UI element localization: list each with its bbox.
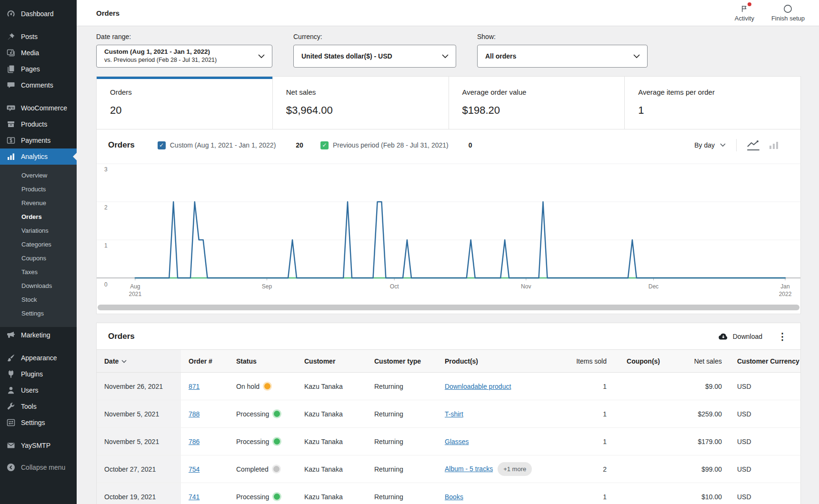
order-number-link[interactable]: 741 [189, 493, 200, 501]
chart-horizontal-scrollbar[interactable] [98, 305, 799, 310]
sidebar-item-users[interactable]: Users [0, 382, 77, 398]
appearance-icon [6, 353, 16, 363]
column-customer-type[interactable]: Customer type [367, 350, 437, 373]
x-axis-label: Aug [130, 283, 140, 290]
sort-chevron-icon [121, 357, 127, 365]
product-link[interactable]: Downloadable product [445, 383, 511, 390]
sidebar-item-posts[interactable]: Posts [0, 29, 77, 45]
sidebar-item-tools[interactable]: Tools [0, 398, 77, 415]
column-customer[interactable]: Customer [297, 350, 367, 373]
summary-tile[interactable]: Average order value $198.20 [449, 77, 625, 129]
sidebar-item-payments[interactable]: Payments [0, 132, 77, 148]
order-number-link[interactable]: 786 [189, 438, 200, 445]
submenu-item-categories[interactable]: Categories [0, 237, 77, 251]
submenu-item-overview[interactable]: Overview [0, 168, 77, 182]
topbar: Orders Activity Finish setup [77, 0, 819, 26]
summary-tile[interactable]: Orders 20 [97, 77, 272, 129]
legend-value: 0 [469, 141, 472, 149]
chart-legend-item[interactable]: ✓ Previous period (Feb 28 - Jul 31, 2021… [320, 141, 472, 149]
finish-setup-button[interactable]: Finish setup [771, 4, 805, 22]
cell-customer: Kazu Tanaka [297, 400, 367, 428]
product-link[interactable]: Album - 5 tracks [445, 465, 493, 473]
sidebar-item-settings[interactable]: Settings [0, 415, 77, 431]
admin-sidebar: Dashboard Posts Media Pages Comments Woo… [0, 0, 77, 504]
download-button[interactable]: Download [718, 332, 762, 341]
sidebar-item-analytics[interactable]: Analytics [0, 148, 77, 165]
finish-setup-label: Finish setup [771, 15, 805, 22]
line-chart-toggle[interactable] [747, 140, 759, 150]
sidebar-item-products[interactable]: Products [0, 116, 77, 132]
sidebar-menu-top: Dashboard Posts Media Pages Comments Woo… [0, 6, 77, 165]
currency-select[interactable]: United States dollar($) - USD [293, 45, 456, 68]
table-row: November 26, 2021 871 On hold Kazu Tanak… [97, 373, 800, 400]
order-number-link[interactable]: 871 [189, 383, 200, 390]
cell-customer-currency: USD [729, 428, 800, 455]
sidebar-item-pages[interactable]: Pages [0, 61, 77, 77]
cell-coupons [614, 455, 668, 483]
column-net-sales[interactable]: Net sales [668, 350, 729, 373]
tools-icon [6, 402, 16, 411]
sidebar-item-plugins[interactable]: Plugins [0, 366, 77, 382]
submenu-item-products[interactable]: Products [0, 182, 77, 196]
orders-line-chart[interactable]: 0123Aug2021SepOctNovDecJan2022 [97, 161, 800, 304]
cloud-download-icon [718, 332, 729, 341]
table-menu-button[interactable]: ⋮ [776, 332, 789, 341]
checkbox-checked-icon[interactable]: ✓ [320, 141, 329, 149]
submenu-item-coupons[interactable]: Coupons [0, 251, 77, 265]
show-select[interactable]: All orders [477, 45, 648, 68]
sidebar-item-marketing[interactable]: Marketing [0, 327, 77, 343]
tile-label: Average order value [462, 88, 611, 96]
activity-button[interactable]: Activity [735, 4, 754, 22]
analytics-submenu: Overview Products Revenue Orders Variati… [0, 165, 77, 327]
cell-date: November 5, 2021 [97, 428, 181, 455]
submenu-item-settings[interactable]: Settings [0, 306, 77, 320]
date-range-select[interactable]: Custom (Aug 1, 2021 - Jan 1, 2022) vs. P… [96, 45, 272, 68]
legend-label: Previous period (Feb 28 - Jul 31, 2021) [333, 141, 449, 149]
submenu-item-revenue[interactable]: Revenue [0, 196, 77, 210]
column-date[interactable]: Date [97, 350, 181, 373]
plugins-icon [6, 369, 16, 379]
sidebar-item-media[interactable]: Media [0, 45, 77, 61]
chart-legend-item[interactable]: ✓ Custom (Aug 1, 2021 - Jan 1, 2022) 20 [158, 141, 303, 149]
cell-customer-currency: USD [729, 400, 800, 428]
sidebar-item-yaysmtp[interactable]: YaySMTP [0, 437, 77, 454]
column-customer-currency[interactable]: Customer Currency [729, 350, 800, 373]
column-items-sold[interactable]: Items sold [562, 350, 614, 373]
sidebar-item-dashboard[interactable]: Dashboard [0, 6, 77, 22]
product-link[interactable]: Glasses [445, 438, 469, 445]
submenu-item-stock[interactable]: Stock [0, 293, 77, 306]
status-text: Processing [236, 493, 269, 501]
column-status[interactable]: Status [229, 350, 297, 373]
cell-date: November 5, 2021 [97, 400, 181, 428]
status-text: Processing [236, 410, 269, 418]
bar-chart-icon [769, 141, 779, 149]
x-axis-label: Sep [262, 283, 272, 290]
cell-customer-type: Returning [367, 455, 437, 483]
submenu-item-taxes[interactable]: Taxes [0, 265, 77, 279]
show-label: Show: [477, 33, 648, 40]
status-dot [274, 494, 280, 500]
product-link[interactable]: T-shirt [445, 410, 463, 418]
bar-chart-toggle[interactable] [769, 141, 779, 149]
submenu-item-downloads[interactable]: Downloads [0, 279, 77, 293]
more-products-badge[interactable]: +1 more [498, 462, 532, 476]
column-products[interactable]: Product(s) [437, 350, 562, 373]
checkbox-checked-icon[interactable]: ✓ [158, 141, 166, 149]
summary-tile[interactable]: Average items per order 1 [624, 77, 800, 129]
sidebar-item-woocommerce[interactable]: WooCommerce [0, 100, 77, 116]
summary-tile[interactable]: Net sales $3,964.00 [272, 77, 449, 129]
order-number-link[interactable]: 788 [189, 410, 200, 418]
sidebar-collapse-menu[interactable]: Collapse menu [0, 459, 77, 475]
settings-icon [6, 418, 16, 427]
column-order[interactable]: Order # [181, 350, 229, 373]
column-coupons[interactable]: Coupon(s) [614, 350, 668, 373]
interval-select[interactable]: By day [694, 141, 736, 149]
sidebar-item-appearance[interactable]: Appearance [0, 350, 77, 366]
order-number-link[interactable]: 754 [189, 465, 200, 473]
product-link[interactable]: Books [445, 493, 463, 501]
submenu-item-variations[interactable]: Variations [0, 224, 77, 237]
sidebar-item-comments[interactable]: Comments [0, 77, 77, 93]
users-icon [6, 385, 16, 395]
submenu-item-orders[interactable]: Orders [0, 210, 77, 224]
analytics-icon [6, 152, 16, 161]
